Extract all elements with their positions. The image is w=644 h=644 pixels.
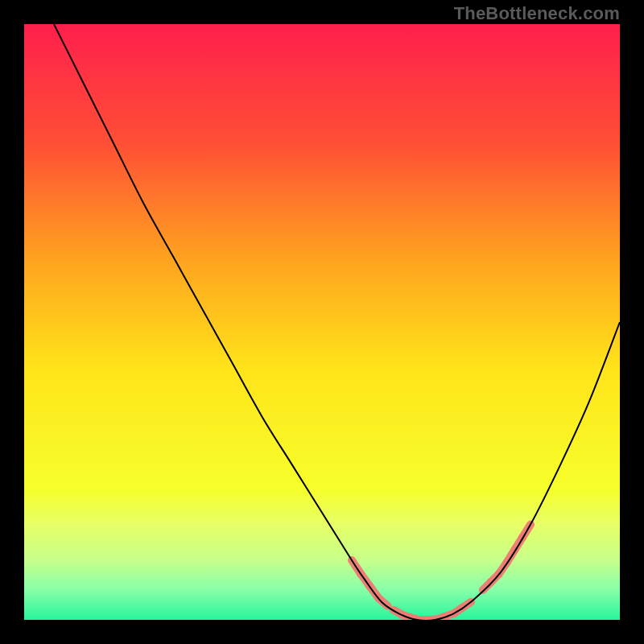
chart-frame <box>24 24 620 620</box>
bottleneck-chart <box>24 24 620 620</box>
watermark-text: TheBottleneck.com <box>454 3 620 24</box>
